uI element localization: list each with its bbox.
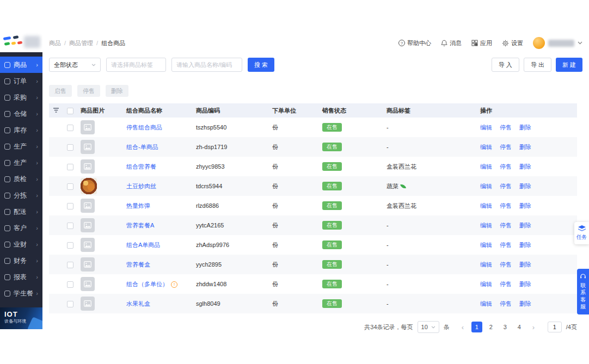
sidebar-item-fenjian[interactable]: 分拣› (0, 187, 42, 203)
logo-mark-green (4, 42, 10, 46)
sidebar-item-shengchan-2[interactable]: 生产› (0, 155, 42, 171)
sidebar-item-shangpin[interactable]: 商品› (0, 57, 42, 73)
row-checkbox[interactable] (67, 125, 73, 131)
row-action-delete[interactable]: 删除 (519, 281, 531, 287)
messages-button[interactable]: 消息 (441, 39, 462, 47)
row-action-edit[interactable]: 编辑 (480, 124, 492, 131)
breadcrumb-item[interactable]: 商品 (49, 39, 61, 47)
row-action-edit[interactable]: 编辑 (480, 222, 492, 229)
row-action-delete[interactable]: 删除 (519, 300, 531, 307)
product-name-link[interactable]: 组合A单商品 (126, 242, 160, 248)
product-name-cell: 组合营养餐 (123, 157, 193, 176)
sidebar-item-yecai[interactable]: 业财› (0, 236, 42, 252)
row-checkbox[interactable] (67, 183, 73, 190)
apps-button[interactable]: 应用 (471, 39, 492, 47)
page-size-select[interactable]: 10 (418, 321, 439, 333)
product-name-link[interactable]: 组合（多单位） (126, 281, 168, 287)
row-action-edit[interactable]: 编辑 (480, 261, 492, 268)
row-action-stop[interactable]: 停售 (500, 163, 512, 170)
page-button-4[interactable]: 4 (514, 322, 525, 332)
page-button-3[interactable]: 3 (500, 322, 511, 332)
search-button[interactable]: 搜 索 (248, 58, 274, 72)
page-jump-input[interactable] (548, 322, 562, 332)
row-checkbox[interactable] (67, 164, 73, 170)
row-action-stop[interactable]: 停售 (500, 261, 512, 268)
row-action-edit[interactable]: 编辑 (480, 300, 492, 307)
chevron-right-icon: › (36, 257, 38, 264)
sidebar-item-zhijian[interactable]: 质检› (0, 171, 42, 187)
page-button-2[interactable]: 2 (486, 322, 496, 332)
row-action-delete[interactable]: 删除 (519, 144, 531, 150)
row-action-delete[interactable]: 删除 (519, 163, 531, 170)
row-action-delete[interactable]: 删除 (519, 183, 531, 189)
row-action-edit[interactable]: 编辑 (480, 242, 492, 248)
sidebar-item-baobiao[interactable]: 报表› (0, 269, 42, 285)
row-checkbox[interactable] (67, 242, 73, 249)
product-name-link[interactable]: 水果礼盒 (126, 300, 150, 307)
prev-page-button[interactable]: ‹ (457, 322, 468, 332)
product-name-link[interactable]: 营养餐盒 (126, 261, 150, 268)
row-action-edit[interactable]: 编辑 (480, 163, 492, 170)
row-checkbox[interactable] (67, 301, 73, 307)
keyword-search-input[interactable] (171, 58, 242, 72)
column-settings-header[interactable] (49, 103, 63, 118)
row-action-edit[interactable]: 编辑 (480, 183, 492, 189)
create-button[interactable]: 新 建 (556, 58, 582, 72)
sidebar-item-kucun[interactable]: 库存› (0, 122, 42, 138)
select-all-checkbox[interactable] (67, 108, 73, 114)
product-name-link[interactable]: 土豆炒肉丝 (126, 183, 156, 189)
settings-button[interactable]: 设置 (502, 39, 523, 47)
row-action-stop[interactable]: 停售 (500, 183, 512, 189)
row-action-stop[interactable]: 停售 (500, 242, 512, 248)
row-action-delete[interactable]: 删除 (519, 222, 531, 229)
product-name-link[interactable]: 组合营养餐 (126, 163, 156, 170)
row-action-stop[interactable]: 停售 (500, 222, 512, 229)
product-code-cell: sglh8049 (193, 294, 269, 313)
row-action-edit[interactable]: 编辑 (480, 281, 492, 287)
row-action-delete[interactable]: 删除 (519, 124, 531, 131)
bulk-enable-sale-button[interactable]: 启售 (49, 85, 72, 97)
bulk-delete-button[interactable]: 删除 (106, 85, 128, 97)
sidebar-item-cangchu[interactable]: 仓储› (0, 106, 42, 122)
tag-filter-input[interactable] (106, 58, 166, 72)
sidebar-item-shengchan[interactable]: 生产› (0, 138, 42, 155)
import-button[interactable]: 导 入 (492, 58, 519, 72)
row-action-stop[interactable]: 停售 (500, 202, 512, 209)
chevron-down-icon (578, 41, 582, 45)
row-checkbox[interactable] (67, 262, 73, 268)
next-page-button[interactable]: › (528, 322, 539, 332)
user-menu[interactable] (533, 37, 582, 49)
product-code-cell: yytcA2165 (193, 215, 269, 235)
status-filter-select[interactable]: 全部状态 (49, 58, 101, 72)
product-name-link[interactable]: 停售组合商品 (126, 124, 162, 131)
sidebar-item-xueshengcan[interactable]: 学生餐› (0, 285, 42, 301)
row-action-delete[interactable]: 删除 (519, 242, 531, 248)
row-action-stop[interactable]: 停售 (500, 300, 512, 307)
row-checkbox[interactable] (67, 203, 73, 209)
product-name-link[interactable]: 营养套餐A (126, 222, 154, 229)
sidebar-item-peisong[interactable]: 配送› (0, 203, 42, 220)
product-name-link[interactable]: 组合-单商品 (126, 144, 158, 150)
sidebar-item-kehu[interactable]: 客户› (0, 220, 42, 236)
row-action-stop[interactable]: 停售 (500, 281, 512, 287)
page-button-1[interactable]: 1 (471, 322, 482, 332)
row-checkbox[interactable] (67, 281, 73, 288)
breadcrumb-item[interactable]: 商品管理 (69, 39, 93, 47)
sidebar-item-caigou[interactable]: 采购› (0, 89, 42, 106)
contact-service-button[interactable]: 联系客服 (577, 269, 589, 314)
export-button[interactable]: 导 出 (524, 58, 551, 72)
row-action-edit[interactable]: 编辑 (480, 144, 492, 150)
help-center-button[interactable]: ? 帮助中心 (398, 39, 431, 47)
row-action-delete[interactable]: 删除 (519, 261, 531, 268)
row-action-stop[interactable]: 停售 (500, 144, 512, 150)
row-checkbox[interactable] (67, 223, 73, 229)
sidebar-item-dingdan[interactable]: 订单› (0, 73, 42, 89)
row-action-stop[interactable]: 停售 (500, 124, 512, 131)
task-panel-button[interactable]: 任务 (574, 222, 589, 244)
row-action-delete[interactable]: 删除 (519, 202, 531, 209)
row-checkbox[interactable] (67, 144, 73, 151)
product-name-link[interactable]: 热量炸弹 (126, 202, 150, 209)
row-action-edit[interactable]: 编辑 (480, 202, 492, 209)
bulk-stop-sale-button[interactable]: 停售 (77, 85, 100, 97)
sidebar-item-caiwu[interactable]: 财务› (0, 252, 42, 269)
